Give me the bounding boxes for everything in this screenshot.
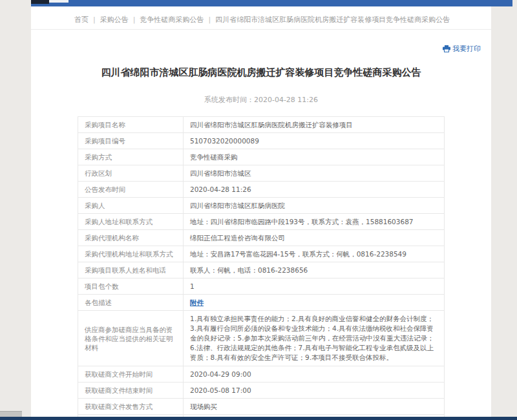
row-value: 四川省绵阳市涪城区 [184,165,445,182]
table-row: 采购代理机构名称绵阳正信工程造价咨询有限公司 [78,230,445,246]
row-label: 公告发布时间 [78,182,184,198]
row-value: 地址：四川省绵阳市临园路中段193号，联系方式：袁燕，15881603687 [184,214,445,230]
row-label: 获取磋商文件发售方式 [78,399,184,415]
print-button[interactable]: 我要打印 [443,44,481,54]
table-row: 获取磋商文件结束时间2020-05-08 17:00 [78,383,445,399]
row-label: 供应商参加磋商应当具备的资格条件和应当提供的相关证明材料 [78,311,184,366]
printer-icon [443,45,450,52]
row-value: 地址：安昌路17号富临花园4-15号，联系方式：何帆，0816-2238549 [184,246,445,262]
row-label: 项目包个数 [78,278,184,295]
row-value: 现场购买 [184,399,445,415]
row-value: 2020-04-29 09:00 [184,366,445,383]
breadcrumb-procurement-notices[interactable]: 采购公告 [100,16,129,24]
row-value: 1.具有独立承担民事责任的能力；2.具有良好的商业信誉和健全的财务会计制度；3.… [184,311,445,366]
content-page: 首页|采购公告|竞争性磋商采购公告|四川省绵阳市涪城区肛肠病医院机房搬迁扩容装修… [31,0,491,420]
row-label: 各包描述 [78,295,184,311]
breadcrumb-separator: | [133,16,136,24]
row-value: 四川省绵阳市涪城区肛肠病医院 [184,198,445,214]
topbar-light-fragment [49,0,69,3]
table-row: 采购代理机构地址和联系方式地址：安昌路17号富临花园4-15号，联系方式：何帆，… [78,246,445,262]
row-label: 采购项目联系人姓名和电话 [78,262,184,278]
table-row: 采购人四川省绵阳市涪城区肛肠病医院 [78,198,445,214]
table-row: 采购项目名称四川省绵阳市涪城区肛肠病医院机房搬迁扩容装修项目 [78,117,445,133]
breadcrumb-competitive-consultation[interactable]: 竞争性磋商采购公告 [140,16,204,24]
row-value: 5107032020000089 [184,133,445,149]
row-value: 绵阳正信工程造价咨询有限公司 [184,230,445,246]
row-value: 2020-04-28 11:26 [184,182,445,198]
row-label: 获取磋商文件结束时间 [78,383,184,399]
topbar-dark-fragment [31,0,49,4]
table-row: 获取磋商文件开始时间2020-04-29 09:00 [78,366,445,383]
breadcrumb: 首页|采购公告|竞争性磋商采购公告|四川省绵阳市涪城区肛肠病医院机房搬迁扩容装修… [74,15,450,25]
table-row: 行政区划四川省绵阳市涪城区 [78,165,445,182]
table-row: 获取磋商文件发售方式现场购买 [78,399,445,415]
bottom-window-edge [0,417,517,420]
site-topbar [31,0,512,6]
row-label: 采购人地址和联系方式 [78,214,184,230]
table-row: 项目包个数1 [78,278,445,295]
row-value: 1 [184,278,445,295]
publish-time: 系统发布时间：2020-04-28 11:26 [52,95,470,105]
row-label: 采购代理机构名称 [78,230,184,246]
table-row: 采购项目联系人姓名和电话联系人：何帆，电话：0816-2238656 [78,262,445,278]
row-label: 采购项目名称 [78,117,184,133]
table-row: 供应商参加磋商应当具备的资格条件和应当提供的相关证明材料1.具有独立承担民事责任… [78,311,445,366]
table-row: 采购方式竞争性磋商采购 [78,149,445,165]
row-label: 采购人 [78,198,184,214]
row-label: 获取磋商文件开始时间 [78,366,184,383]
breadcrumb-separator: | [208,16,211,24]
page-title: 四川省绵阳市涪城区肛肠病医院机房搬迁扩容装修项目竞争性磋商采购公告 [52,65,470,79]
row-value: 竞争性磋商采购 [184,149,445,165]
row-label: 行政区划 [78,165,184,182]
row-label: 采购项目编号 [78,133,184,149]
breadcrumb-current-page: 四川省绵阳市涪城区肛肠病医院机房搬迁扩容装修项目竞争性磋商采购公告 [215,16,450,24]
table-row: 采购项目编号5107032020000089 [78,133,445,149]
announcement-table: 采购项目名称四川省绵阳市涪城区肛肠病医院机房搬迁扩容装修项目 采购项目编号510… [78,116,445,420]
breadcrumb-separator: | [93,16,96,24]
row-value: 附件 [184,295,445,311]
attachment-link[interactable]: 附件 [190,299,204,306]
table-row: 各包描述附件 [78,295,445,311]
row-label: 采购代理机构地址和联系方式 [78,246,184,262]
table-row: 公告发布时间2020-04-28 11:26 [78,182,445,198]
row-value: 2020-05-08 17:00 [184,383,445,399]
row-value: 联系人：何帆，电话：0816-2238656 [184,262,445,278]
row-value: 四川省绵阳市涪城区肛肠病医院机房搬迁扩容装修项目 [184,117,445,133]
breadcrumb-home[interactable]: 首页 [74,16,89,24]
row-label: 采购方式 [78,149,184,165]
breadcrumb-divider [31,29,491,30]
print-button-label: 我要打印 [452,44,481,54]
table-row: 采购人地址和联系方式地址：四川省绵阳市临园路中段193号，联系方式：袁燕，158… [78,214,445,230]
